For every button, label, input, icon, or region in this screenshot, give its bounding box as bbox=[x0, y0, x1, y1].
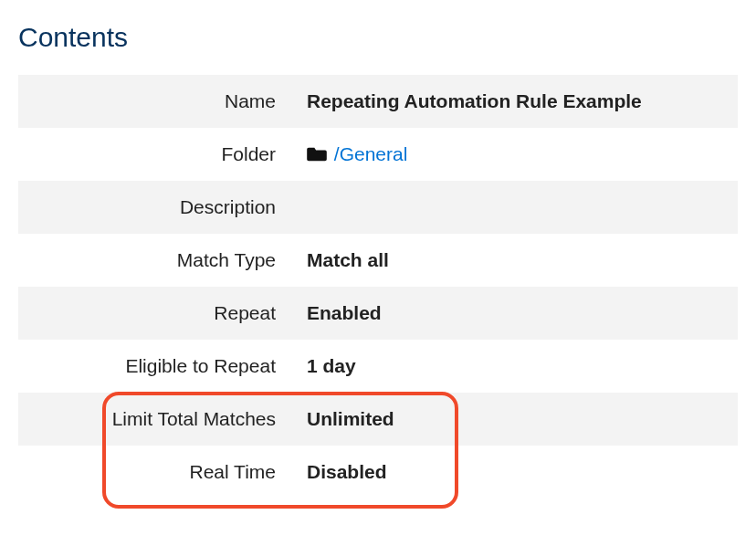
section-title-contents: Contents bbox=[18, 22, 738, 53]
label-real-time: Real Time bbox=[18, 461, 292, 483]
row-repeat: Repeat Enabled bbox=[18, 287, 738, 340]
folder-icon bbox=[307, 143, 334, 164]
row-eligible-to-repeat: Eligible to Repeat 1 day bbox=[18, 340, 738, 393]
value-eligible-to-repeat: 1 day bbox=[292, 355, 738, 377]
label-folder: Folder bbox=[18, 143, 292, 165]
row-description: Description bbox=[18, 181, 738, 234]
value-repeat: Enabled bbox=[292, 302, 738, 324]
label-limit-total-matches: Limit Total Matches bbox=[18, 408, 292, 430]
row-limit-total-matches: Limit Total Matches Unlimited bbox=[18, 393, 738, 446]
label-description: Description bbox=[18, 196, 292, 218]
value-folder: /General bbox=[292, 143, 738, 165]
label-eligible-to-repeat: Eligible to Repeat bbox=[18, 355, 292, 377]
label-match-type: Match Type bbox=[18, 249, 292, 271]
row-folder: Folder /General bbox=[18, 128, 738, 181]
value-real-time: Disabled bbox=[292, 461, 738, 483]
value-limit-total-matches: Unlimited bbox=[292, 408, 738, 430]
label-name: Name bbox=[18, 90, 292, 112]
contents-table: Name Repeating Automation Rule Example F… bbox=[18, 75, 738, 499]
row-match-type: Match Type Match all bbox=[18, 234, 738, 287]
label-repeat: Repeat bbox=[18, 302, 292, 324]
row-real-time: Real Time Disabled bbox=[18, 446, 738, 499]
row-name: Name Repeating Automation Rule Example bbox=[18, 75, 738, 128]
value-match-type: Match all bbox=[292, 249, 738, 271]
folder-link-general[interactable]: /General bbox=[334, 143, 408, 164]
value-name: Repeating Automation Rule Example bbox=[292, 90, 738, 112]
